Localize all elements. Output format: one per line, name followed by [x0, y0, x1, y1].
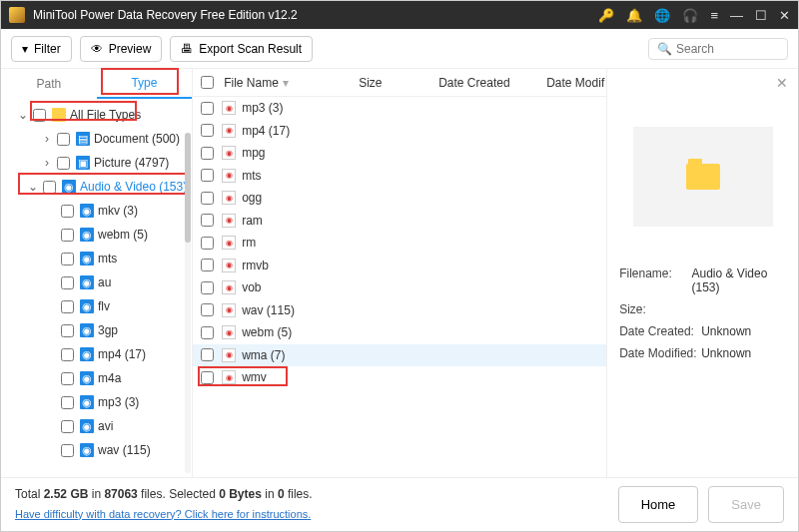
file-row[interactable]: ◉wav (115)	[193, 299, 606, 322]
app-logo	[9, 7, 25, 23]
col-date-modified[interactable]: Date Modif	[546, 76, 606, 90]
row-checkbox[interactable]	[201, 214, 214, 227]
file-row[interactable]: ◉ram	[193, 210, 606, 233]
tree-item[interactable]: ◉webm (5)	[3, 223, 192, 247]
close-preview-icon[interactable]: ✕	[776, 75, 788, 91]
home-button[interactable]: Home	[618, 486, 699, 523]
file-rows: ◉mp3 (3)◉mp4 (17)◉mpg◉mts◉ogg◉ram◉rm◉rmv…	[193, 97, 606, 477]
scrollbar-thumb[interactable]	[185, 133, 191, 243]
file-row[interactable]: ◉wma (7)	[193, 344, 606, 367]
file-list-panel: File Name▾ Size Date Created Date Modif …	[193, 69, 607, 477]
file-row[interactable]: ◉mts	[193, 165, 606, 188]
item-checkbox[interactable]	[61, 372, 74, 385]
item-checkbox[interactable]	[61, 205, 74, 218]
headset-icon[interactable]: 🎧	[682, 8, 698, 23]
file-row[interactable]: ◉wmv	[193, 366, 606, 389]
export-button[interactable]: 🖶Export Scan Result	[170, 36, 313, 62]
tree-item[interactable]: ◉m4a	[3, 366, 192, 390]
file-name-cell: wmv	[242, 370, 267, 384]
file-row[interactable]: ◉mpg	[193, 142, 606, 165]
root-checkbox[interactable]	[33, 109, 46, 122]
tree-pictures[interactable]: › ▣ Picture (4797)	[3, 151, 192, 175]
chevron-right-icon[interactable]: ›	[41, 132, 53, 146]
bell-icon[interactable]: 🔔	[626, 8, 642, 23]
file-row[interactable]: ◉webm (5)	[193, 321, 606, 344]
select-all-checkbox[interactable]	[201, 76, 214, 89]
col-filename[interactable]: File Name▾	[224, 76, 359, 90]
title-bar: MiniTool Power Data Recovery Free Editio…	[1, 1, 798, 29]
row-checkbox[interactable]	[201, 348, 214, 361]
tree-root[interactable]: ⌄ All File Types	[3, 103, 192, 127]
file-row[interactable]: ◉vob	[193, 276, 606, 299]
row-checkbox[interactable]	[201, 326, 214, 339]
media-icon: ◉	[80, 395, 94, 409]
filetype-icon: ◉	[222, 191, 236, 205]
tree-documents[interactable]: › ▤ Document (500)	[3, 127, 192, 151]
item-checkbox[interactable]	[61, 300, 74, 313]
tab-type[interactable]: Type	[97, 69, 193, 99]
tree-item[interactable]: ◉mp3 (3)	[3, 390, 192, 414]
menu-icon[interactable]: ≡	[710, 8, 718, 23]
col-size[interactable]: Size	[359, 76, 438, 90]
tree-item[interactable]: ◉au	[3, 270, 192, 294]
row-checkbox[interactable]	[201, 371, 214, 384]
help-link[interactable]: Have difficulty with data recovery? Clic…	[15, 508, 311, 520]
sidebar: Path Type ⌄ All File Types › ▤ Document …	[1, 69, 193, 477]
item-checkbox[interactable]	[61, 396, 74, 409]
search-box[interactable]: 🔍	[648, 38, 788, 60]
status-bar: Total 2.52 GB in 87063 files. Selected 0…	[1, 477, 798, 531]
tree-item[interactable]: ◉3gp	[3, 318, 192, 342]
app-title: MiniTool Power Data Recovery Free Editio…	[33, 8, 598, 22]
item-checkbox[interactable]	[61, 348, 74, 361]
search-input[interactable]	[676, 42, 779, 56]
row-checkbox[interactable]	[201, 169, 214, 182]
filter-button[interactable]: ▾Filter	[11, 36, 72, 62]
tree-item[interactable]: ◉avi	[3, 414, 192, 438]
tree-item[interactable]: ◉mts	[3, 247, 192, 270]
file-row[interactable]: ◉mp4 (17)	[193, 120, 606, 143]
row-checkbox[interactable]	[201, 281, 214, 294]
filetype-icon: ◉	[222, 370, 236, 384]
docs-checkbox[interactable]	[57, 133, 70, 146]
tree-item[interactable]: ◉flv	[3, 294, 192, 318]
tab-path[interactable]: Path	[1, 69, 97, 99]
row-checkbox[interactable]	[201, 124, 214, 137]
row-checkbox[interactable]	[201, 259, 214, 271]
col-date-created[interactable]: Date Created	[438, 76, 546, 90]
row-checkbox[interactable]	[201, 237, 214, 250]
chevron-right-icon[interactable]: ›	[41, 156, 53, 170]
tree-item[interactable]: ◉mp4 (17)	[3, 342, 192, 366]
maximize-icon[interactable]: ☐	[755, 8, 767, 23]
media-icon: ◉	[80, 204, 94, 218]
globe-icon[interactable]: 🌐	[654, 8, 670, 23]
row-checkbox[interactable]	[201, 102, 214, 115]
row-checkbox[interactable]	[201, 303, 214, 316]
close-icon[interactable]: ✕	[779, 8, 790, 23]
save-button[interactable]: Save	[708, 486, 784, 523]
pics-checkbox[interactable]	[57, 157, 70, 170]
row-checkbox[interactable]	[201, 147, 214, 160]
chevron-down-icon[interactable]: ⌄	[17, 108, 29, 122]
item-checkbox[interactable]	[61, 229, 74, 242]
file-row[interactable]: ◉rmvb	[193, 255, 606, 277]
av-checkbox[interactable]	[43, 181, 56, 194]
item-checkbox[interactable]	[61, 444, 74, 457]
tree-item[interactable]: ◉mkv (3)	[3, 199, 192, 223]
file-row[interactable]: ◉rm	[193, 232, 606, 255]
key-icon[interactable]: 🔑	[598, 8, 614, 23]
file-row[interactable]: ◉mp3 (3)	[193, 97, 606, 120]
minimize-icon[interactable]: —	[730, 8, 743, 23]
item-checkbox[interactable]	[61, 276, 74, 289]
tree-item[interactable]: ◉wav (115)	[3, 438, 192, 462]
preview-button[interactable]: 👁Preview	[80, 36, 163, 62]
row-checkbox[interactable]	[201, 192, 214, 205]
file-row[interactable]: ◉ogg	[193, 187, 606, 210]
meta-datemodified-label: Date Modified:	[619, 346, 701, 360]
item-checkbox[interactable]	[61, 324, 74, 337]
chevron-down-icon[interactable]: ⌄	[27, 180, 39, 194]
eye-icon: 👁	[91, 42, 103, 56]
sidebar-scrollbar[interactable]	[185, 133, 191, 473]
item-checkbox[interactable]	[61, 420, 74, 433]
tree-audio-video[interactable]: ⌄ ◉ Audio & Video (153)	[3, 175, 192, 199]
item-checkbox[interactable]	[61, 253, 74, 266]
